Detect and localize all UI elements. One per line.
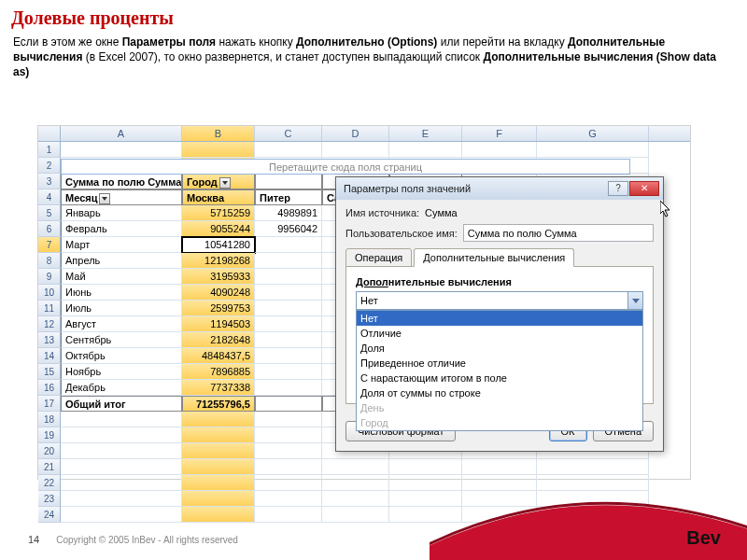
row-header[interactable]: 6 [38,221,61,237]
chevron-down-icon[interactable] [627,292,642,309]
row-header[interactable]: 4 [38,189,61,205]
page-fields-dropzone[interactable]: Перетащите сюда поля страниц [61,159,630,175]
value-cell[interactable] [255,301,322,316]
col-header-F[interactable]: F [462,126,537,141]
row-header[interactable]: 16 [38,380,61,396]
slide-description: Если в этом же окне Параметры поля нажат… [0,33,747,88]
dialog-titlebar[interactable]: Параметры поля значений ? ✕ [336,177,663,200]
show-data-as-combo[interactable]: Нет Нет Отличие Доля Приведенное отличие… [356,291,643,310]
row-header[interactable]: 24 [38,507,61,523]
value-cell[interactable]: 4848437,5 [182,348,255,364]
month-cell[interactable]: Октябрь [61,348,182,364]
month-cell[interactable]: Июль [61,301,182,316]
value-cell[interactable]: 3195933 [182,269,255,285]
slide-title: Долевые проценты [0,0,747,33]
row-header[interactable]: 21 [38,459,61,475]
excel-screenshot: A B C D E F G Перетащите сюда поля стран… [37,125,691,480]
row-header[interactable]: 17 [38,396,61,412]
row-header[interactable]: 5 [38,205,61,221]
row-header[interactable]: 22 [38,475,61,491]
col-header-D[interactable]: D [322,126,389,141]
tab-show-values-as[interactable]: Дополнительные вычисления [414,248,574,267]
col-header-E[interactable]: E [389,126,462,141]
close-icon[interactable]: ✕ [629,181,659,196]
value-cell[interactable] [255,253,322,269]
value-cell[interactable]: 9956042 [255,221,322,237]
help-icon[interactable]: ? [608,181,628,196]
row-header[interactable]: 14 [38,348,61,364]
tab-operation[interactable]: Операция [345,248,412,267]
row-header[interactable]: 7 [38,237,61,253]
row-header[interactable]: 13 [38,332,61,348]
value-cell[interactable] [255,364,322,380]
dropdown-icon[interactable] [99,193,110,204]
value-cell[interactable] [255,348,322,364]
month-cell[interactable]: Июнь [61,285,182,301]
row-header[interactable]: 20 [38,443,61,459]
combo-item[interactable]: Нет [357,311,642,326]
value-cell[interactable]: 7896885 [182,364,255,380]
combo-item[interactable]: С нарастающим итогом в поле [357,371,642,385]
combo-item[interactable]: Приведенное отличие [357,356,642,371]
value-cell[interactable]: 7737338 [182,380,255,396]
pivot-col-field[interactable]: Город [182,174,255,189]
value-cell[interactable]: 10541280 [182,237,255,253]
value-cell[interactable]: 2599753 [182,301,255,316]
value-cell[interactable]: 12198268 [182,253,255,269]
grand-total-label: Общий итог [61,396,182,412]
row-header[interactable]: 23 [38,491,61,507]
source-name-label: Имя источника: [345,207,419,218]
column-headers: A B C D E F G [38,126,690,142]
month-cell[interactable]: Май [61,269,182,285]
combo-item[interactable]: Доля [357,341,642,356]
col-header-B[interactable]: B [182,126,255,141]
value-cell[interactable] [255,380,322,396]
month-cell[interactable]: Август [61,316,182,332]
pivot-data-field[interactable]: Сумма по полю Сумма [61,174,182,189]
month-cell[interactable]: Январь [61,205,182,221]
value-field-settings-dialog: Параметры поля значений ? ✕ Имя источник… [335,176,664,452]
city-header: Москва [182,189,255,205]
value-cell[interactable] [255,237,322,253]
value-cell[interactable] [255,316,322,332]
value-cell[interactable]: 9055244 [182,221,255,237]
value-cell[interactable]: 2182648 [182,332,255,348]
month-cell[interactable]: Апрель [61,253,182,269]
value-cell[interactable] [255,285,322,301]
month-cell[interactable]: Декабрь [61,380,182,396]
row-header[interactable]: 3 [38,174,61,189]
row-header[interactable]: 2 [38,158,61,174]
month-cell[interactable]: Февраль [61,221,182,237]
source-name-value: Сумма [425,207,458,218]
pivot-row-field[interactable]: Месяц [61,189,182,205]
select-all-corner[interactable] [38,126,61,141]
combo-item-disabled: Город [357,415,642,430]
row-header[interactable]: 12 [38,316,61,332]
value-cell[interactable]: 4989891 [255,205,322,221]
value-cell[interactable]: 4090248 [182,285,255,301]
dropdown-icon[interactable] [219,177,231,189]
row-header[interactable]: 15 [38,364,61,380]
col-header-A[interactable]: A [61,126,182,141]
copyright-text: Copyright © 2005 InBev - All rights rese… [56,535,238,545]
value-cell[interactable] [255,269,322,285]
combo-item[interactable]: Отличие [357,326,642,341]
value-cell[interactable]: 1194503 [182,316,255,332]
month-cell[interactable]: Сентябрь [61,332,182,348]
col-header-G[interactable]: G [537,126,649,141]
combo-item[interactable]: Доля от суммы по строке [357,385,642,400]
row-header[interactable]: 18 [38,412,61,427]
row-header[interactable]: 8 [38,253,61,269]
row-header[interactable]: 10 [38,285,61,301]
month-cell[interactable]: Март [61,237,182,253]
value-cell[interactable]: 5715259 [182,205,255,221]
row-header[interactable]: 9 [38,269,61,285]
month-cell[interactable]: Ноябрь [61,364,182,380]
col-header-C[interactable]: C [255,126,322,141]
row-header[interactable]: 11 [38,301,61,316]
row-header[interactable]: 19 [38,427,61,443]
custom-name-input[interactable] [463,224,654,242]
row-header[interactable]: 1 [38,142,61,158]
value-cell[interactable] [255,332,322,348]
combo-dropdown-list: Нет Отличие Доля Приведенное отличие С н… [356,310,643,431]
